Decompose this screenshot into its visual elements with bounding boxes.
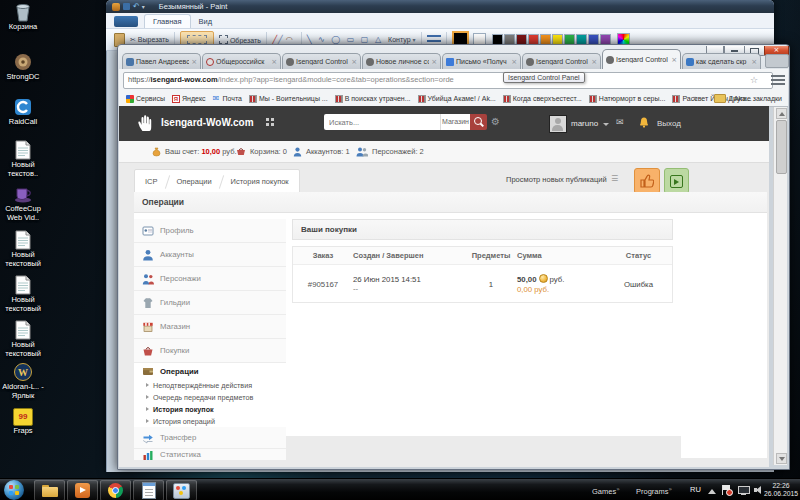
outline-dropdown[interactable]: Контур ▾: [388, 36, 415, 43]
settings-gear-icon[interactable]: ⚙: [491, 116, 500, 127]
bookmark-manga-3[interactable]: Убийца Акаме! / Ak...: [418, 95, 496, 103]
apps-grid-icon[interactable]: [266, 118, 275, 127]
tab-close-icon[interactable]: ×: [511, 58, 517, 66]
bookmark-mail[interactable]: ✉Почта: [213, 95, 242, 103]
tab-close-icon[interactable]: ×: [351, 58, 357, 66]
like-button[interactable]: [634, 168, 660, 194]
taskbar-notepad-button[interactable]: [133, 480, 164, 500]
line-width-icon[interactable]: [427, 35, 441, 45]
curve-tool-icon[interactable]: ◠: [286, 35, 293, 44]
breadcrumb-purchase-history[interactable]: История покупок: [231, 177, 289, 186]
bookmark-manga-4[interactable]: Когда сверхъестест...: [503, 95, 582, 103]
taskbar-paint-button[interactable]: [166, 480, 197, 500]
page-scrollbar[interactable]: [773, 107, 787, 465]
paint-tab-view[interactable]: Вид: [191, 15, 221, 28]
sidebar-item-shop[interactable]: Магазин: [134, 315, 286, 339]
taskbar-mediaplayer-button[interactable]: [67, 480, 98, 500]
bookmark-star-icon[interactable]: ☆: [750, 73, 758, 87]
save-icon[interactable]: [123, 3, 130, 10]
taskbar-toolbar-programs[interactable]: Programs»: [636, 485, 672, 496]
cut-button[interactable]: ✂ Вырезать: [130, 36, 169, 44]
action-center-flag-icon[interactable]: [722, 485, 731, 495]
breadcrumb-operations[interactable]: Операции: [177, 177, 212, 186]
taskbar-explorer-button[interactable]: [34, 480, 65, 500]
browser-tab-7-active[interactable]: Isengard Control P×: [602, 49, 681, 69]
username-menu[interactable]: maruno: [571, 119, 598, 128]
avatar[interactable]: [549, 115, 567, 133]
shapes-gallery[interactable]: ╲ ∿ ◯ ▭ ▢ △: [307, 35, 383, 44]
desktop-icon-recycle-bin[interactable]: Корзина: [0, 2, 46, 32]
sidebar-sub-queue[interactable]: Очередь передачи предметов: [134, 391, 286, 403]
breadcrumb-icp[interactable]: ICP: [145, 177, 158, 186]
taskbar-chrome-button[interactable]: [100, 480, 131, 500]
language-indicator[interactable]: RU: [690, 485, 701, 494]
taskbar-toolbar-games[interactable]: Games»: [592, 485, 620, 496]
bookmark-yandex[interactable]: ЯЯндекс: [172, 95, 206, 103]
tray-expand-icon[interactable]: [708, 489, 716, 494]
address-bar[interactable]: https://isengard-wow.com/index.php?app=i…: [123, 72, 773, 89]
sidebar-item-purchases[interactable]: Покупки: [134, 339, 286, 363]
crop-button[interactable]: Обрезать: [219, 35, 261, 44]
sidebar-item-operations[interactable]: Операции: [134, 363, 286, 379]
search-button[interactable]: [470, 114, 487, 130]
bookmark-manga-1[interactable]: Мы - Воительницы ...: [249, 95, 328, 103]
menu-button[interactable]: [771, 73, 785, 86]
browser-tab-1[interactable]: Павел Андреевс×: [122, 53, 201, 69]
brand-title[interactable]: Isengard-WoW.com: [161, 117, 254, 128]
clock[interactable]: 22:2626.06.2015: [764, 482, 798, 498]
new-tab-button[interactable]: [765, 54, 789, 68]
view-new-posts-link[interactable]: Просмотр новых публикаций: [506, 175, 607, 184]
desktop-icon-text-file-3[interactable]: Новый текстовый: [0, 275, 46, 313]
browser-tab-5[interactable]: Письмо «Получ×: [442, 53, 521, 69]
messages-envelope-icon[interactable]: ✉: [616, 117, 624, 127]
search-input[interactable]: [324, 114, 440, 130]
search-scope-dropdown[interactable]: Магазин: [440, 114, 470, 130]
network-icon[interactable]: [738, 486, 749, 495]
desktop-icon-strongdc[interactable]: StrongDC: [0, 52, 46, 82]
bookmarks-overflow-button[interactable]: »: [693, 94, 698, 103]
desktop-icon-text-file-4[interactable]: Новый текстовый: [0, 320, 46, 358]
start-button[interactable]: [4, 480, 24, 500]
desktop-icon-text-file-1[interactable]: Новый текстов..: [0, 140, 46, 178]
desktop-icon-fraps[interactable]: 99 Fraps: [0, 408, 46, 436]
desktop-icon-text-file-2[interactable]: Новый текстовый: [0, 230, 46, 268]
sidebar-item-guilds[interactable]: Гильдии: [134, 291, 286, 315]
bookmark-manga-5[interactable]: Натюрморт в серы...: [589, 95, 666, 103]
notifications-bell-icon[interactable]: [639, 117, 649, 128]
browser-tab-3[interactable]: Isengard Control×: [282, 53, 361, 69]
bookmark-manga-2[interactable]: В поисках утрачен...: [335, 95, 411, 103]
desktop-icon-raidcall[interactable]: RaidCall: [0, 97, 46, 127]
scroll-down-button[interactable]: [776, 453, 787, 464]
open-forum-button[interactable]: [664, 168, 689, 194]
desktop-icon-coffeecup[interactable]: CoffeeCup Web Vid..: [0, 184, 46, 222]
tab-close-icon[interactable]: ×: [751, 58, 757, 66]
scroll-thumb[interactable]: [776, 120, 787, 174]
other-bookmarks-button[interactable]: Другие закладки: [714, 94, 782, 103]
tab-close-icon[interactable]: ×: [191, 58, 197, 66]
sidebar-item-characters[interactable]: Персонажи: [134, 267, 286, 291]
tab-close-icon[interactable]: ×: [671, 56, 677, 64]
browser-tab-6[interactable]: Isengard Control×: [522, 53, 601, 69]
sidebar-item-transfer[interactable]: Трансфер: [134, 427, 286, 449]
browser-tab-4[interactable]: Новое личное со×: [362, 53, 441, 69]
paint-titlebar[interactable]: ↶ ▾ Безымянный - Paint: [106, 0, 774, 13]
undo-icon[interactable]: ↶: [133, 2, 140, 11]
brush-tool-icon[interactable]: ╱: [277, 35, 282, 45]
paint-menu-button[interactable]: [114, 16, 138, 27]
sidebar-item-accounts[interactable]: Аккаунты: [134, 243, 286, 267]
sidebar-sub-purchase-history[interactable]: История покупок: [134, 403, 286, 415]
scroll-up-button[interactable]: [776, 108, 787, 119]
logout-link[interactable]: Выход: [657, 119, 681, 128]
sidebar-sub-operation-history[interactable]: История операций: [134, 415, 286, 427]
paint-tab-home[interactable]: Главная: [144, 14, 191, 28]
list-view-icon[interactable]: ☰: [611, 174, 618, 183]
tab-close-icon[interactable]: ×: [431, 58, 437, 66]
tab-close-icon[interactable]: ×: [271, 58, 277, 66]
sidebar-item-profile[interactable]: Профиль: [134, 219, 286, 243]
desktop-icon-aldoran-shortcut[interactable]: W Aldoran-L.. - Ярлык: [0, 362, 46, 400]
browser-tab-8[interactable]: как сделать скр×: [682, 53, 761, 69]
qat-dropdown-icon[interactable]: ▾: [142, 3, 145, 10]
table-row[interactable]: #905167 26 Июн 2015 14:51-- 1 50,00руб.0…: [293, 265, 672, 303]
sidebar-sub-unconfirmed[interactable]: Неподтверждённые действия: [134, 379, 286, 391]
sidebar-item-statistics[interactable]: Статистика: [134, 449, 286, 460]
